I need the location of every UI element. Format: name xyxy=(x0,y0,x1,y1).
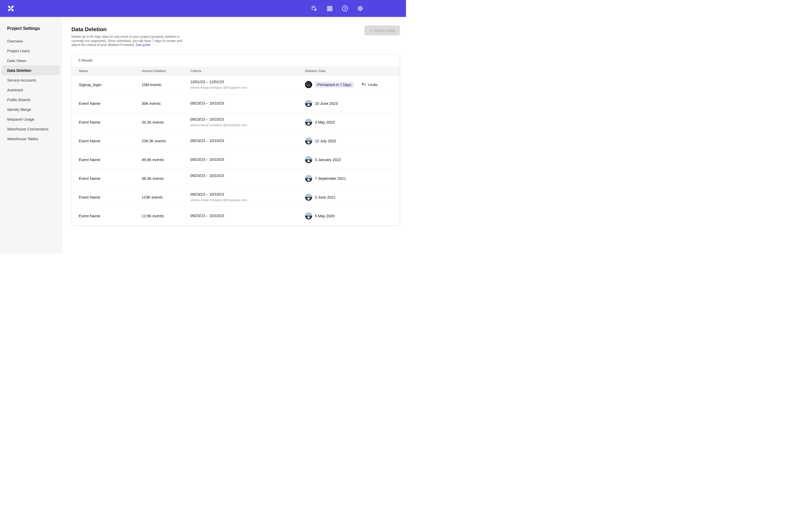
app-header: ? xyxy=(0,0,406,17)
sidebar-item-autotrack[interactable]: Autotrack xyxy=(0,85,61,95)
deletion-date-text: 7 September 2021 xyxy=(315,176,346,181)
user-avatar xyxy=(305,175,312,182)
sidebar-item-project-users[interactable]: Project Users xyxy=(0,46,61,56)
row-event-name: Event Name xyxy=(79,157,142,162)
permanent-badge: Permanent in 7 Days xyxy=(315,82,354,88)
undo-button[interactable]: Undo xyxy=(361,82,377,87)
delete-data-button-label: Delete Data xyxy=(374,28,395,33)
row-criteria: 09/23/23 – 10/10/23 xyxy=(190,157,305,162)
user-avatar xyxy=(305,100,312,107)
column-header-volume: Volume Deleted xyxy=(142,69,190,73)
row-criteria-date-range: 09/23/23 – 10/10/23 xyxy=(190,213,305,219)
data-management-icon[interactable] xyxy=(311,5,318,12)
mixpanel-x-logo[interactable] xyxy=(7,5,14,12)
deletion-date-text: 5 May 2020 xyxy=(315,214,335,218)
deletion-date-text: 3 May 2023 xyxy=(315,120,335,124)
page-description: Delete up to 90 days data for any event … xyxy=(71,35,191,47)
table-row: Event Name 30K events 09/23/23 – 10/10/2… xyxy=(71,94,400,113)
user-avatar xyxy=(305,156,312,163)
row-criteria-date-range: 09/23/23 – 10/10/23 xyxy=(190,173,305,178)
table-row: Signup_login 10M events 10/01/23 – 12/01… xyxy=(71,75,400,94)
column-header-name: Name xyxy=(79,69,142,73)
row-deletion-date-cell: 5 May 2020 xyxy=(305,212,400,219)
row-criteria: 09/23/23 – 10/10/23 xyxy=(190,173,305,184)
row-criteria-filter xyxy=(190,178,305,184)
row-criteria-date-range: 09/23/23 – 10/10/23 xyxy=(190,117,305,122)
sidebar-nav: OverviewProject UsersData ViewsData Dele… xyxy=(0,36,61,144)
row-volume-deleted: 12.9K events xyxy=(142,214,190,218)
row-deletion-date-cell: 3 January 2022 xyxy=(305,156,400,163)
row-criteria: 09/23/23 – 10/10/23 where email contains… xyxy=(190,192,305,203)
table-row: Event Name 12.9K events 09/23/23 – 10/10… xyxy=(71,207,400,225)
row-volume-deleted: 123K events xyxy=(142,195,190,200)
row-volume-deleted: 49.9K events xyxy=(142,158,190,162)
column-header-criteria: Criteria xyxy=(190,69,305,73)
deletion-date-text: 3 January 2022 xyxy=(315,158,341,162)
main-content: Data Deletion Delete up to 90 days data … xyxy=(62,17,406,253)
page-header: Data Deletion Delete up to 90 days data … xyxy=(62,17,406,47)
row-criteria-date-range: 09/23/23 – 10/10/23 xyxy=(190,101,305,106)
sidebar-item-mixpanel-usage[interactable]: Mixpanel Usage xyxy=(0,114,61,124)
apps-grid-icon[interactable] xyxy=(326,5,333,12)
sidebar-item-public-boards[interactable]: Public Boards xyxy=(0,95,61,105)
user-avatar xyxy=(305,81,312,88)
row-deletion-date-cell: 12 July 2022 xyxy=(305,137,400,145)
row-volume-deleted: 239.3K events xyxy=(142,139,190,143)
table-header-row: Name Volume Deleted Criteria Deletion Da… xyxy=(71,66,400,75)
table-row: Event Name 123K events 09/23/23 – 10/10/… xyxy=(71,188,400,207)
help-icon[interactable]: ? xyxy=(342,5,348,12)
deletion-date-text: 20 June 2023 xyxy=(315,101,338,106)
table-row: Event Name 20.2K events 09/23/23 – 10/10… xyxy=(71,113,400,131)
svg-text:?: ? xyxy=(344,7,346,11)
row-deletion-date-cell: 3 June 2021 xyxy=(305,193,400,201)
table-row: Event Name 239.3K events 09/23/23 – 10/1… xyxy=(71,131,400,150)
row-volume-deleted: 30K events xyxy=(142,101,190,106)
row-criteria-date-range: 09/23/23 – 10/10/23 xyxy=(190,157,305,162)
row-event-name: Event Name xyxy=(79,101,142,106)
header-actions: ? xyxy=(311,0,364,17)
user-avatar xyxy=(305,193,312,201)
row-criteria-filter: where email contains @mixpanel.com xyxy=(190,85,305,90)
page-title: Data Deletion xyxy=(71,26,400,33)
deletion-date-text: 3 June 2021 xyxy=(315,195,336,200)
results-count: 5 Results xyxy=(71,54,400,66)
sidebar-item-warehouse-tables[interactable]: Warehouse Tables xyxy=(0,134,61,144)
table-row: Event Name 48.3K events 09/23/23 – 10/10… xyxy=(71,169,400,188)
undo-label: Undo xyxy=(368,82,377,87)
delete-data-button[interactable]: + Delete Data xyxy=(364,25,400,36)
sidebar-item-data-deletion[interactable]: Data Deletion xyxy=(2,65,60,75)
row-volume-deleted: 20.2K events xyxy=(142,120,190,124)
row-criteria: 09/23/23 – 10/10/23 xyxy=(190,213,305,219)
row-event-name: Event Name xyxy=(79,138,142,143)
table-row: Event Name 49.9K events 09/23/23 – 10/10… xyxy=(71,150,400,169)
deletion-table-card: 5 Results Name Volume Deleted Criteria D… xyxy=(71,54,400,226)
undo-icon xyxy=(361,82,366,87)
row-criteria-date-range: 10/01/23 – 12/01/23 xyxy=(190,79,305,85)
row-criteria-filter: where email contains @mixpanel.com xyxy=(190,122,305,128)
page-description-text: Delete up to 90 days data for any event … xyxy=(71,35,182,47)
row-event-name: Event Name xyxy=(79,214,142,218)
row-criteria-date-range: 09/23/23 – 10/10/23 xyxy=(190,138,305,144)
row-event-name: Signup_login xyxy=(79,82,142,87)
row-event-name: Event Name xyxy=(79,195,142,200)
row-event-name: Event Name xyxy=(79,120,142,124)
row-volume-deleted: 10M events xyxy=(142,82,190,87)
row-deletion-date-cell: 3 May 2023 xyxy=(305,119,400,126)
settings-gear-icon[interactable] xyxy=(357,5,364,12)
row-criteria: 09/23/23 – 10/10/23 xyxy=(190,101,305,106)
row-criteria-filter: where email contains @mixpanel.com xyxy=(190,197,305,203)
sidebar-item-overview[interactable]: Overview xyxy=(0,36,61,46)
user-avatar xyxy=(305,212,312,219)
plus-icon: + xyxy=(369,28,372,33)
deletion-date-text: 12 July 2022 xyxy=(315,139,336,143)
row-deletion-date-cell: 7 September 2021 xyxy=(305,175,400,182)
sidebar-item-identity-merge[interactable]: Identity Merge xyxy=(0,105,61,114)
see-guide-link[interactable]: See guide xyxy=(136,43,150,47)
sidebar-item-service-accounts[interactable]: Service Accounts xyxy=(0,75,61,85)
sidebar-item-data-views[interactable]: Data Views xyxy=(0,56,61,65)
row-criteria: 10/01/23 – 12/01/23 where email contains… xyxy=(190,79,305,90)
project-settings-sidebar: Project Settings OverviewProject UsersDa… xyxy=(0,17,62,253)
sidebar-item-warehouse-connections[interactable]: Warehouse Connections xyxy=(0,124,61,134)
row-volume-deleted: 48.3K events xyxy=(142,176,190,181)
row-deletion-date-cell: 20 June 2023 xyxy=(305,100,400,107)
